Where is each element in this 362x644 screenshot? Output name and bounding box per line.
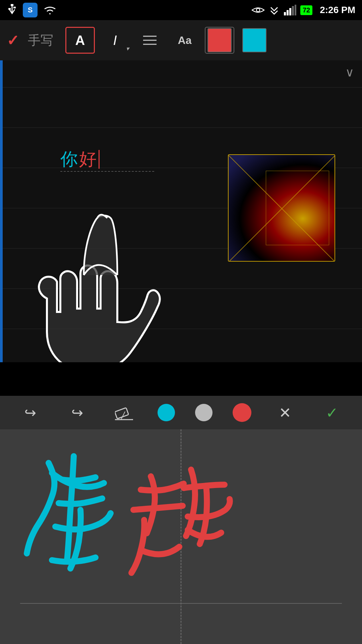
svg-rect-13 bbox=[115, 408, 129, 419]
status-bar: S 72 2:26 PM bbox=[0, 0, 362, 20]
text-underline bbox=[60, 171, 154, 172]
status-right-icons: 72 2:26 PM bbox=[251, 5, 355, 15]
usb-icon bbox=[7, 3, 17, 17]
finger-cursor bbox=[27, 208, 168, 362]
canvas-area[interactable]: 你 好 bbox=[0, 60, 362, 362]
hw-panel: ↩ ↪ ✕ ✓ bbox=[0, 396, 362, 644]
color-picker-gradient bbox=[229, 155, 335, 261]
cp-lines bbox=[229, 155, 335, 261]
svg-point-4 bbox=[256, 8, 260, 12]
wifi-icon bbox=[43, 4, 57, 16]
eye-icon bbox=[251, 5, 265, 15]
align-icon bbox=[142, 34, 158, 47]
svg-rect-1 bbox=[11, 4, 13, 6]
italic-dropdown-arrow: ▾ bbox=[126, 45, 129, 52]
app-icon: S bbox=[23, 3, 38, 17]
status-left-icons: S bbox=[7, 3, 57, 17]
canvas-text-red: 好 bbox=[79, 148, 97, 171]
italic-button[interactable]: I ▾ bbox=[100, 27, 130, 54]
confirm-button[interactable]: ✓ bbox=[7, 32, 19, 49]
font-button[interactable]: A bbox=[65, 27, 95, 54]
align-button[interactable] bbox=[135, 27, 165, 54]
svg-rect-3 bbox=[13, 7, 16, 8]
hw-canvas[interactable] bbox=[0, 429, 362, 644]
confirm-hw-button[interactable]: ✓ bbox=[318, 399, 345, 426]
cyan-color-dot[interactable] bbox=[158, 404, 175, 421]
font-color-button[interactable] bbox=[205, 27, 234, 54]
signal-icon bbox=[284, 5, 296, 15]
ruled-line bbox=[0, 87, 362, 88]
redo-button[interactable]: ↪ bbox=[64, 399, 90, 426]
collapse-arrow[interactable]: ∨ bbox=[345, 65, 354, 79]
left-margin bbox=[0, 60, 3, 362]
color-picker[interactable] bbox=[228, 154, 335, 262]
eraser-button[interactable] bbox=[111, 399, 137, 426]
eraser-icon bbox=[115, 405, 133, 420]
red-color-dot[interactable] bbox=[233, 403, 251, 422]
svg-rect-5 bbox=[284, 12, 286, 15]
svg-rect-9 bbox=[295, 5, 296, 15]
cyan-color-swatch bbox=[242, 28, 266, 52]
hw-handwriting bbox=[0, 429, 362, 644]
highlight-color-button[interactable] bbox=[240, 27, 269, 54]
svg-rect-6 bbox=[287, 10, 289, 15]
canvas-text-area: 你 好 bbox=[60, 148, 100, 171]
cp-diag2 bbox=[228, 154, 335, 262]
cp-sub-rect bbox=[266, 171, 329, 245]
undo-button[interactable]: ↩ bbox=[17, 399, 44, 426]
gray-color-dot[interactable] bbox=[195, 404, 213, 421]
battery-icon: 72 bbox=[300, 5, 312, 15]
svg-line-15 bbox=[121, 412, 125, 420]
svg-rect-2 bbox=[8, 8, 11, 10]
text-cursor bbox=[99, 150, 100, 169]
cp-diag1 bbox=[228, 154, 335, 262]
cancel-hw-button[interactable]: ✕ bbox=[272, 399, 298, 426]
svg-rect-7 bbox=[289, 8, 291, 15]
toolbar: ✓ 手写 A I ▾ Aa bbox=[0, 20, 362, 60]
sync-icon bbox=[269, 5, 280, 15]
ruled-line bbox=[0, 127, 362, 128]
toolbar-title: 手写 bbox=[28, 32, 53, 49]
time-display: 2:26 PM bbox=[320, 5, 355, 15]
fontsize-button[interactable]: Aa bbox=[170, 27, 199, 54]
hw-toolbar: ↩ ↪ ✕ ✓ bbox=[0, 396, 362, 429]
svg-rect-8 bbox=[292, 6, 294, 15]
canvas-text-cyan: 你 bbox=[60, 148, 78, 171]
red-color-swatch bbox=[207, 28, 232, 52]
